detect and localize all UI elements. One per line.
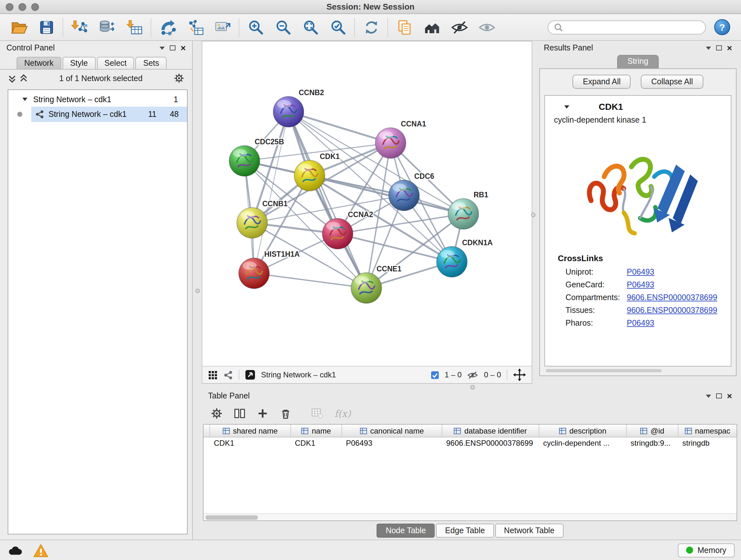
column-header-namespace[interactable]: namespac [678, 425, 737, 437]
network-node[interactable] [322, 219, 353, 249]
search-input[interactable] [567, 23, 699, 32]
table-horizontal-scrollbar[interactable] [204, 513, 737, 520]
zoom-in-button[interactable] [242, 16, 269, 39]
close-panel-icon[interactable]: × [727, 391, 732, 400]
show-columns-icon[interactable] [233, 408, 246, 420]
tab-network[interactable]: Network [17, 57, 61, 69]
network-edge[interactable] [288, 112, 391, 143]
network-to-table-button[interactable] [181, 16, 209, 39]
import-network-database-button[interactable] [93, 16, 121, 39]
network-share-icon[interactable] [223, 370, 233, 380]
tab-style[interactable]: Style [63, 57, 96, 69]
import-network-file-button[interactable] [66, 16, 93, 39]
tab-select[interactable]: Select [97, 57, 134, 69]
crosslink-pharos[interactable]: P06493 [627, 319, 654, 327]
float-panel-icon[interactable] [716, 45, 722, 51]
birdseye-view-button[interactable] [418, 16, 446, 39]
splitter-handle[interactable] [470, 385, 475, 389]
pan-crosshair-icon[interactable] [513, 368, 526, 381]
panel-menu-icon[interactable] [706, 394, 711, 397]
zoom-selected-button[interactable] [324, 16, 352, 39]
memory-button[interactable]: Memory [678, 543, 735, 557]
import-table-button[interactable] [121, 16, 148, 39]
close-panel-icon[interactable]: × [181, 44, 186, 52]
network-edge[interactable] [254, 112, 288, 273]
section-collapse-icon[interactable] [564, 105, 569, 108]
network-node[interactable] [448, 199, 479, 229]
hidden-eye-slash-icon[interactable] [468, 370, 478, 380]
cell-shared-name[interactable]: CDK1 [210, 437, 291, 449]
crosslink-tissues[interactable]: 9606.ENSP00000378699 [627, 306, 718, 315]
tab-sets[interactable]: Sets [136, 57, 167, 69]
collapse-all-icon[interactable] [8, 74, 17, 83]
network-node[interactable] [375, 128, 406, 159]
tab-edge-table[interactable]: Edge Table [436, 523, 494, 537]
gear-icon[interactable] [174, 73, 185, 84]
crosslink-uniprot[interactable]: P06493 [627, 267, 654, 276]
network-node[interactable] [229, 145, 260, 176]
float-panel-icon[interactable] [170, 45, 176, 51]
tab-node-table[interactable]: Node Table [377, 523, 435, 537]
copy-view-button[interactable] [391, 16, 418, 39]
new-network-button[interactable] [154, 16, 181, 39]
column-header-shared-name[interactable]: shared name [210, 425, 291, 437]
splitter-handle[interactable] [531, 212, 536, 217]
cell-name[interactable]: CDK1 [291, 437, 342, 449]
cell-description[interactable]: cyclin-dependent ... [539, 437, 627, 449]
splitter-handle[interactable] [195, 289, 200, 293]
cell-id[interactable]: stringdb:9... [627, 437, 678, 449]
open-session-button[interactable] [5, 16, 32, 39]
collapse-all-button[interactable]: Collapse All [641, 75, 703, 89]
column-header-description[interactable]: description [539, 425, 627, 437]
network-node[interactable] [436, 246, 467, 277]
network-node[interactable] [389, 180, 419, 211]
delete-column-trash-icon[interactable] [280, 408, 292, 420]
float-panel-icon[interactable] [716, 393, 722, 398]
apply-layout-button[interactable] [357, 16, 385, 39]
zoom-window-button[interactable] [31, 3, 39, 10]
tab-string[interactable]: String [617, 55, 658, 68]
column-header-id[interactable]: @id [627, 425, 678, 437]
show-all-button[interactable] [473, 16, 500, 39]
column-header-name[interactable]: name [291, 425, 342, 437]
zoom-fit-button[interactable] [297, 16, 324, 39]
warning-icon[interactable] [33, 543, 49, 557]
network-node[interactable] [273, 97, 304, 127]
close-panel-icon[interactable]: × [727, 44, 732, 52]
close-window-button[interactable] [6, 3, 13, 10]
network-node[interactable] [239, 258, 269, 289]
results-horizontal-scrollbar[interactable] [544, 368, 731, 374]
cell-namespace[interactable]: stringdb [678, 437, 737, 449]
column-header-database-identifier[interactable]: database identifier [442, 425, 539, 437]
table-settings-gear-icon[interactable] [211, 408, 223, 420]
network-collection-row[interactable]: String Network – cdk1 1 [8, 92, 187, 107]
crosslink-genecard[interactable]: P06493 [627, 280, 654, 289]
add-column-icon[interactable] [257, 408, 269, 420]
network-canvas[interactable]: CCNB2CCNA1CDC25BCDK1CDC6RB1CCNB1CCNA2CDK… [202, 42, 532, 366]
hide-selected-button[interactable] [446, 16, 473, 39]
crosslink-compartments[interactable]: 9606.ENSP00000378699 [627, 293, 718, 302]
panel-menu-icon[interactable] [706, 46, 711, 50]
network-node[interactable] [351, 273, 382, 303]
network-row-selected[interactable]: String Network – cdk1 11 48 [8, 107, 187, 122]
expand-all-icon[interactable] [19, 74, 28, 83]
open-external-icon[interactable] [245, 370, 255, 380]
save-session-button[interactable] [32, 16, 60, 39]
table-row[interactable]: CDK1 CDK1 P06493 9606.ENSP00000378699 cy… [204, 437, 737, 449]
tree-expand-icon[interactable] [22, 98, 27, 101]
network-node[interactable] [294, 160, 325, 191]
zoom-out-button[interactable] [269, 16, 297, 39]
network-node[interactable] [237, 207, 267, 238]
grid-mode-icon[interactable] [208, 370, 218, 380]
minimize-window-button[interactable] [18, 3, 26, 10]
tab-network-table[interactable]: Network Table [495, 523, 563, 537]
expand-all-button[interactable]: Expand All [573, 75, 631, 89]
export-image-button[interactable] [209, 16, 236, 39]
panel-menu-icon[interactable] [159, 46, 165, 50]
cell-canonical-name[interactable]: P06493 [342, 437, 442, 449]
column-header-canonical-name[interactable]: canonical name [342, 425, 442, 437]
network-edge[interactable] [288, 112, 366, 288]
help-button[interactable]: ? [714, 19, 730, 35]
network-edge[interactable] [254, 273, 366, 288]
cloud-icon[interactable] [6, 544, 23, 556]
